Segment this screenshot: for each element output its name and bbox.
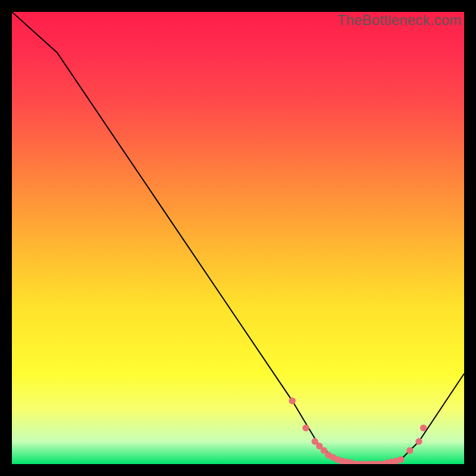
marker-dot	[397, 456, 404, 463]
chart-frame: TheBottleneck.com	[0, 0, 476, 476]
plot-area: TheBottleneck.com	[12, 12, 464, 464]
marker-dot	[289, 397, 296, 404]
curve-layer	[12, 12, 464, 464]
marker-dot	[415, 438, 422, 444]
marker-dot	[406, 447, 413, 454]
bottleneck-curve-path	[12, 12, 464, 464]
marker-dot	[420, 425, 427, 431]
marker-dot	[302, 425, 309, 431]
